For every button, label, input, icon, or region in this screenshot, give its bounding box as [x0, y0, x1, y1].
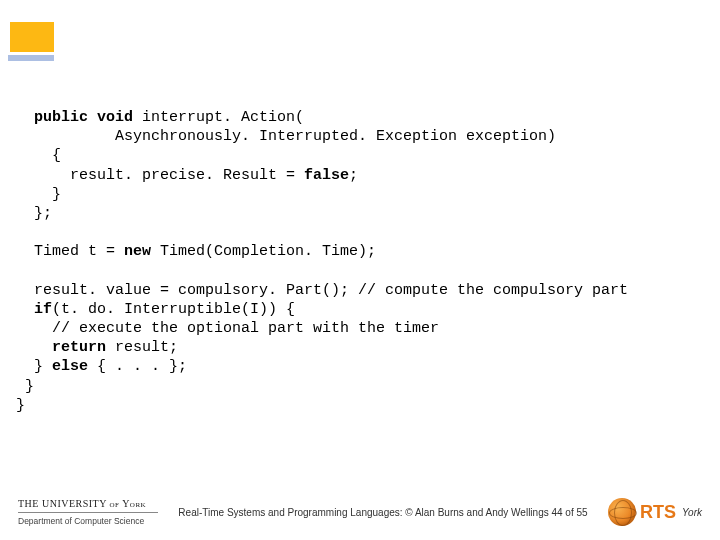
- code-line: result. precise. Result = false;: [16, 167, 358, 184]
- code-line: }: [16, 186, 61, 203]
- slide: public void interrupt. Action( Asynchron…: [0, 0, 720, 540]
- copyright-text: Real-Time Systems and Programming Langua…: [158, 507, 608, 518]
- rts-logo: RTS York: [608, 498, 702, 526]
- accent-orange: [10, 22, 54, 52]
- code-line: if(t. do. Interruptible(I)) {: [16, 301, 295, 318]
- code-line: Timed t = new Timed(Completion. Time);: [16, 243, 376, 260]
- accent-blue: [8, 55, 54, 61]
- divider: [18, 512, 158, 513]
- rts-text: RTS: [640, 502, 676, 523]
- code-line: Asynchronously. Interrupted. Exception e…: [16, 128, 556, 145]
- code-line: public void interrupt. Action(: [16, 109, 304, 126]
- department-name: Department of Computer Science: [18, 516, 158, 526]
- university-logo: THE UNIVERSITY of York Department of Com…: [18, 498, 158, 526]
- university-name: THE UNIVERSITY of York: [18, 498, 158, 509]
- rts-subtext: York: [682, 507, 702, 518]
- code-line: };: [16, 205, 52, 222]
- footer: THE UNIVERSITY of York Department of Com…: [0, 498, 720, 526]
- code-block: public void interrupt. Action( Asynchron…: [16, 108, 704, 415]
- code-line: return result;: [16, 339, 178, 356]
- code-line: result. value = compulsory. Part(); // c…: [16, 282, 628, 299]
- code-line: }: [16, 397, 25, 414]
- code-line: // execute the optional part with the ti…: [16, 320, 439, 337]
- code-line: } else { . . . };: [16, 358, 187, 375]
- code-line: {: [16, 147, 61, 164]
- globe-icon: [608, 498, 636, 526]
- code-line: }: [16, 378, 34, 395]
